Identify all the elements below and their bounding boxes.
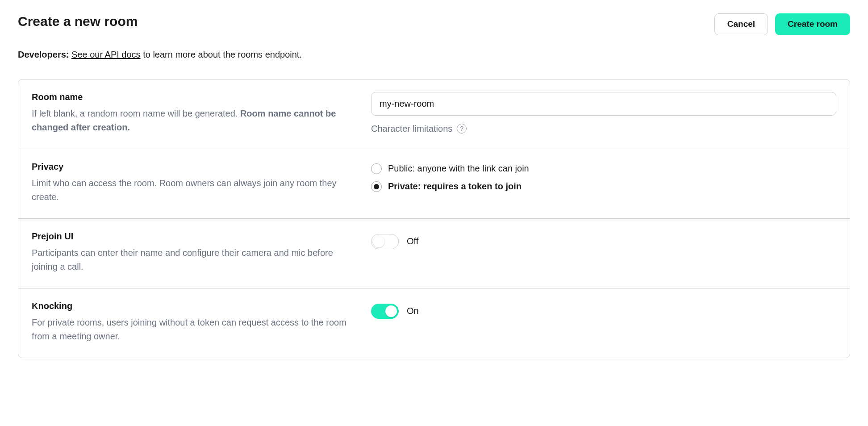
form-panel: Room name If left blank, a random room n… [18, 79, 850, 358]
prejoin-row: Prejoin UI Participants can enter their … [18, 219, 850, 288]
create-room-button[interactable]: Create room [775, 13, 850, 35]
prejoin-state-label: Off [407, 236, 418, 246]
developer-note: Developers: See our API docs to learn mo… [18, 48, 850, 61]
developer-note-suffix: to learn more about the rooms endpoint. [141, 50, 302, 59]
room-name-row: Room name If left blank, a random room n… [18, 79, 850, 149]
room-name-desc: If left blank, a random room name will b… [32, 107, 353, 134]
privacy-option-private[interactable]: Private: requires a token to join [371, 181, 836, 192]
knocking-label: Knocking [32, 301, 353, 311]
header-actions: Cancel Create room [714, 13, 850, 35]
char-limitation-row: Character limitations ? [371, 124, 836, 134]
privacy-radio-group: Public: anyone with the link can join Pr… [371, 162, 836, 192]
knocking-state-label: On [407, 306, 419, 316]
radio-icon [371, 181, 382, 192]
page-title: Create a new room [18, 13, 138, 29]
privacy-label: Privacy [32, 162, 353, 172]
prejoin-label: Prejoin UI [32, 231, 353, 242]
privacy-option-public[interactable]: Public: anyone with the link can join [371, 163, 836, 174]
privacy-private-label: Private: requires a token to join [388, 181, 522, 192]
privacy-desc: Limit who can access the room. Room owne… [32, 176, 353, 204]
prejoin-toggle[interactable] [371, 234, 399, 249]
privacy-row: Privacy Limit who can access the room. R… [18, 149, 850, 219]
cancel-button[interactable]: Cancel [714, 13, 768, 35]
help-icon[interactable]: ? [457, 124, 467, 134]
knocking-desc: For private rooms, users joining without… [32, 316, 353, 343]
api-docs-link[interactable]: See our API docs [71, 50, 141, 59]
char-limitation-text: Character limitations [371, 124, 452, 134]
developer-note-prefix: Developers: [18, 50, 69, 59]
toggle-knob [385, 305, 397, 317]
knocking-row: Knocking For private rooms, users joinin… [18, 288, 850, 358]
knocking-toggle[interactable] [371, 304, 399, 319]
room-name-input[interactable] [371, 92, 836, 116]
room-name-label: Room name [32, 92, 353, 102]
radio-icon [371, 163, 382, 174]
prejoin-desc: Participants can enter their name and co… [32, 246, 353, 274]
toggle-knob [373, 236, 384, 247]
room-name-desc-prefix: If left blank, a random room name will b… [32, 109, 240, 118]
privacy-public-label: Public: anyone with the link can join [388, 163, 529, 174]
